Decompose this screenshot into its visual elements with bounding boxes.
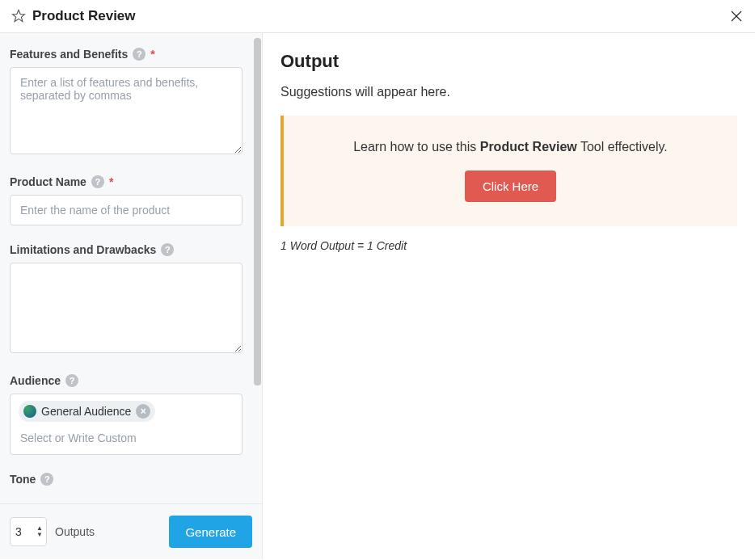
audience-label-row: Audience ? xyxy=(10,374,243,387)
bottom-bar: 3 ▲ ▼ Outputs Generate xyxy=(0,503,262,559)
outputs-stepper[interactable]: 3 ▲ ▼ xyxy=(10,517,47,546)
audience-input[interactable]: General Audience × Select or Write Custo… xyxy=(10,394,243,455)
svg-marker-0 xyxy=(13,11,25,22)
tone-label: Tone xyxy=(10,473,36,486)
product-name-label: Product Name xyxy=(10,175,86,188)
outputs-wrap: 3 ▲ ▼ Outputs xyxy=(10,517,95,546)
right-panel: Output Suggestions will appear here. Lea… xyxy=(263,33,755,559)
help-icon[interactable]: ? xyxy=(133,48,146,61)
required-marker: * xyxy=(109,175,113,188)
tip-before: Learn how to use this xyxy=(353,140,480,154)
required-marker: * xyxy=(150,48,154,61)
help-icon[interactable]: ? xyxy=(91,175,104,188)
audience-chip-label: General Audience xyxy=(41,405,131,418)
header-left: Product Review xyxy=(11,8,136,24)
limitations-label: Limitations and Drawbacks xyxy=(10,243,156,256)
audience-placeholder: Select or Write Custom xyxy=(19,428,234,444)
outputs-label: Outputs xyxy=(55,525,95,538)
features-label-row: Features and Benefits ? * xyxy=(10,48,243,61)
chip-remove-icon[interactable]: × xyxy=(136,404,150,419)
product-name-input[interactable] xyxy=(10,195,243,225)
limitations-textarea[interactable] xyxy=(10,263,243,353)
stepper-down-icon[interactable]: ▼ xyxy=(36,532,43,538)
tip-bold: Product Review xyxy=(480,140,577,154)
features-field: Features and Benefits ? * xyxy=(10,48,252,158)
features-textarea[interactable] xyxy=(10,67,243,154)
credit-note: 1 Word Output = 1 Credit xyxy=(280,239,737,252)
features-label: Features and Benefits xyxy=(10,48,128,61)
audience-field: Audience ? General Audience × Select or … xyxy=(10,374,252,455)
limitations-field: Limitations and Drawbacks ? xyxy=(10,243,252,356)
output-subtitle: Suggestions will appear here. xyxy=(280,85,737,99)
star-icon[interactable] xyxy=(11,9,26,23)
tip-box: Learn how to use this Product Review Too… xyxy=(280,116,737,226)
scrollbar-thumb[interactable] xyxy=(254,38,261,385)
help-icon[interactable]: ? xyxy=(40,473,53,486)
form-scroll: Features and Benefits ? * Product Name ?… xyxy=(0,33,262,503)
help-icon[interactable]: ? xyxy=(65,374,78,387)
header: Product Review xyxy=(0,0,755,33)
main: Features and Benefits ? * Product Name ?… xyxy=(0,33,755,559)
product-name-label-row: Product Name ? * xyxy=(10,175,243,188)
page-title: Product Review xyxy=(32,8,136,24)
globe-icon xyxy=(23,405,36,418)
tip-text: Learn how to use this Product Review Too… xyxy=(300,140,721,154)
close-icon[interactable] xyxy=(729,9,744,23)
stepper-controls: ▲ ▼ xyxy=(36,518,43,545)
output-title: Output xyxy=(280,51,737,72)
generate-button[interactable]: Generate xyxy=(169,516,252,548)
tone-field: Tone ? xyxy=(10,473,252,486)
audience-label: Audience xyxy=(10,374,61,387)
left-panel: Features and Benefits ? * Product Name ?… xyxy=(0,33,263,559)
audience-chip: General Audience × xyxy=(19,401,155,422)
tip-after: Tool effectively. xyxy=(577,140,668,154)
tone-label-row: Tone ? xyxy=(10,473,243,486)
help-icon[interactable]: ? xyxy=(161,243,174,256)
click-here-button[interactable]: Click Here xyxy=(465,171,556,202)
limitations-label-row: Limitations and Drawbacks ? xyxy=(10,243,243,256)
product-name-field: Product Name ? * xyxy=(10,175,252,225)
outputs-value: 3 xyxy=(15,525,22,538)
